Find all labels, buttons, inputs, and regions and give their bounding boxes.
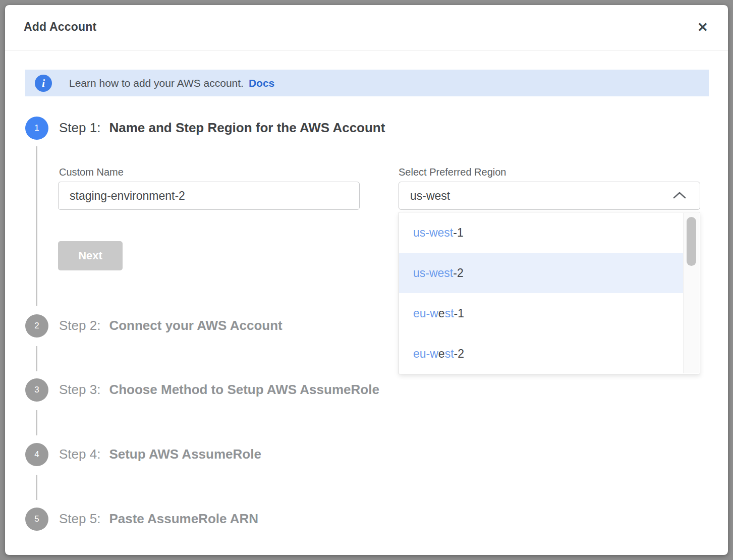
option-rest-text: -2 — [453, 266, 463, 279]
step4-title: Setup AWS AssumeRole — [109, 446, 261, 462]
dropdown-scrollbar-thumb[interactable] — [687, 217, 696, 266]
region-option-us-west-2[interactable]: us-west-2 — [399, 253, 683, 293]
step1-heading: Step 1:Name and Step Region for the AWS … — [59, 120, 385, 136]
docs-link[interactable]: Docs — [249, 77, 274, 89]
step3-circle: 3 — [25, 378, 48, 402]
info-icon: i — [35, 75, 52, 92]
option-match-text: eu-w — [413, 347, 438, 360]
option-match-text: us-west — [413, 226, 453, 239]
option-rest-text: e — [438, 307, 445, 320]
region-label: Select Preferred Region — [399, 166, 506, 178]
step2-title: Connect your AWS Account — [109, 318, 282, 333]
dropdown-scrollbar-track[interactable] — [683, 213, 699, 373]
option-rest-text: e — [438, 347, 445, 360]
banner-text: Learn how to add your AWS account. — [69, 77, 244, 89]
step3-title: Choose Method to Setup AWS AssumeRole — [109, 382, 379, 397]
step5-heading: Step 5:Paste AssumeRole ARN — [59, 511, 258, 527]
step5-circle: 5 — [25, 508, 48, 531]
option-match-text: eu-w — [413, 307, 438, 320]
step4-heading: Step 4:Setup AWS AssumeRole — [59, 446, 261, 462]
option-match-text: st — [445, 347, 454, 360]
region-select[interactable] — [399, 182, 700, 210]
region-option-list: us-west-1 us-west-2 eu-west-1 eu-west-2 — [399, 212, 683, 374]
region-select-input[interactable] — [399, 182, 700, 210]
step5-title: Paste AssumeRole ARN — [109, 511, 258, 526]
region-dropdown: us-west-1 us-west-2 eu-west-1 eu-west-2 — [399, 212, 700, 374]
step4-circle: 4 — [25, 443, 48, 466]
step2-heading: Step 2:Connect your AWS Account — [59, 318, 283, 333]
step-connector-1-2 — [36, 146, 37, 306]
info-banner: i Learn how to add your AWS account. Doc… — [25, 70, 709, 96]
option-match-text: us-west — [413, 266, 453, 279]
step1-prefix: Step 1: — [59, 120, 100, 135]
step1-title: Name and Step Region for the AWS Account — [109, 120, 385, 135]
step4-prefix: Step 4: — [59, 446, 100, 462]
step1-circle: 1 — [25, 117, 48, 140]
step3-prefix: Step 3: — [59, 382, 100, 397]
step2-circle: 2 — [25, 314, 48, 338]
step-connector-2-3 — [36, 346, 37, 371]
option-match-text: st — [445, 307, 454, 320]
region-option-eu-west-1[interactable]: eu-west-1 — [399, 293, 683, 333]
step-connector-4-5 — [36, 475, 37, 500]
step3-heading: Step 3:Choose Method to Setup AWS Assume… — [59, 382, 379, 398]
custom-name-input[interactable] — [58, 182, 360, 210]
option-rest-text: -1 — [453, 226, 463, 239]
step5-prefix: Step 5: — [59, 511, 100, 526]
region-option-eu-west-2[interactable]: eu-west-2 — [399, 333, 683, 374]
step2-prefix: Step 2: — [59, 318, 100, 333]
custom-name-label: Custom Name — [59, 166, 124, 178]
option-rest-text: -2 — [454, 347, 464, 360]
modal-title: Add Account — [24, 20, 96, 34]
close-icon[interactable]: ✕ — [693, 17, 713, 37]
modal-header: Add Account ✕ — [5, 5, 728, 50]
option-rest-text: -1 — [454, 307, 464, 320]
next-button[interactable]: Next — [58, 241, 123, 270]
region-option-us-west-1[interactable]: us-west-1 — [399, 212, 683, 253]
step-connector-3-4 — [36, 410, 37, 435]
add-account-modal: Add Account ✕ i Learn how to add your AW… — [5, 5, 728, 555]
